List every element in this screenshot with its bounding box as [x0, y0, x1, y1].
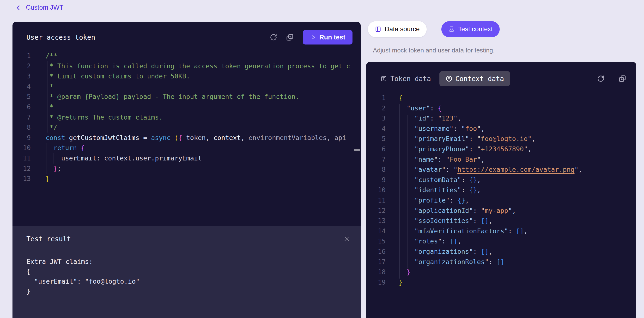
reset-data-button[interactable]: [596, 74, 606, 83]
line-number: 2: [12, 61, 31, 71]
run-test-button[interactable]: Run test: [303, 30, 352, 45]
code-line: 8 */: [12, 122, 354, 133]
back-chevron-icon: [15, 4, 22, 11]
refresh-icon: [270, 33, 278, 41]
custom-jwt-page: Custom JWT User access token Run test: [0, 0, 644, 318]
code-line: 12 "applicationId": "my-app",: [366, 206, 630, 216]
data-tabs-header: Token data Context data: [366, 62, 636, 93]
test-result-panel: Test result Extra JWT claims:{ "userEmai…: [12, 226, 361, 318]
line-number: 6: [366, 144, 386, 154]
code-line: 5 "primaryEmail": "foo@logto.io",: [366, 134, 630, 144]
indent-guide: [399, 104, 400, 278]
code-line: 16 "organizations": [],: [366, 247, 630, 257]
flask-icon: [448, 26, 455, 33]
line-number: 1: [366, 93, 386, 103]
code-line: 6 "primaryPhone": "+1234567890",: [366, 144, 630, 154]
editor-scrollbar-thumb[interactable]: [354, 149, 360, 151]
line-number: 11: [366, 195, 386, 206]
line-number: 7: [12, 112, 31, 123]
line-number: 8: [12, 122, 31, 133]
data-source-pill[interactable]: Data source: [368, 21, 427, 37]
test-result-output: Extra JWT claims:{ "userEmail": "foo@log…: [26, 257, 351, 296]
editor-header: User access token Run test: [12, 22, 361, 51]
code-line: 9const getCustomJwtClaims = async ({ tok…: [12, 133, 354, 143]
code-line: 10 return {: [12, 143, 354, 153]
line-number: 3: [366, 113, 386, 124]
line-number: 1: [12, 51, 31, 61]
code-line: 9 "customData": {},: [366, 175, 630, 185]
line-number: 12: [12, 164, 31, 174]
code-line: 13 "ssoIdentities": [],: [366, 216, 630, 226]
code-line: 1/**: [12, 51, 354, 61]
test-data-panel: Token data Context data: [366, 62, 636, 318]
code-line: 6 *: [12, 102, 354, 112]
output-line: Extra JWT claims:: [26, 257, 351, 266]
code-line: 7 "name": "Foo Bar",: [366, 154, 630, 165]
line-number: 5: [366, 134, 386, 144]
testing-description: Adjust mock token and user data for test…: [373, 47, 495, 54]
line-number: 6: [12, 102, 31, 112]
indent-guide: [48, 61, 48, 132]
indent-guide: [407, 115, 408, 268]
code-line: 19}: [366, 277, 630, 288]
code-line: 2 "user": {: [366, 103, 630, 113]
book-icon: [375, 26, 381, 33]
line-number: 5: [12, 92, 31, 102]
code-line: 15 "roles": [],: [366, 236, 630, 247]
code-line: 2 * This function is called during the a…: [12, 61, 354, 71]
user-circle-icon: [446, 75, 452, 82]
test-context-label: Test context: [458, 26, 493, 33]
back-label[interactable]: Custom JWT: [26, 4, 64, 11]
line-number: 17: [366, 257, 386, 267]
code-line: 18 }: [366, 267, 630, 277]
line-number: 7: [366, 154, 386, 165]
output-line: "userEmail": "foo@logto.io": [26, 276, 351, 286]
line-number: 15: [366, 236, 386, 247]
copy-data-button[interactable]: [618, 74, 627, 83]
copy-code-button[interactable]: [285, 33, 295, 42]
close-test-result-button[interactable]: [342, 235, 351, 243]
line-number: 8: [366, 165, 386, 175]
test-result-title: Test result: [26, 235, 342, 243]
test-context-pill[interactable]: Test context: [441, 21, 500, 37]
code-line: 3 "id": "123",: [366, 113, 630, 124]
run-test-label: Run test: [319, 34, 345, 41]
line-number: 14: [366, 226, 386, 236]
code-line: 8 "avatar": "https://example.com/avatar.…: [366, 165, 630, 175]
line-number: 2: [366, 103, 386, 113]
code-line: 12 };: [12, 164, 354, 174]
output-line: }: [26, 286, 351, 296]
code-line: 1{: [366, 93, 630, 103]
line-number: 9: [12, 133, 31, 143]
tab-context-data[interactable]: Context data: [440, 71, 510, 86]
line-number: 18: [366, 267, 386, 277]
tab-token-data[interactable]: Token data: [380, 75, 431, 83]
refresh-icon: [597, 75, 605, 83]
tab-token-data-label: Token data: [390, 75, 431, 83]
line-number: 4: [366, 124, 386, 134]
line-number: 10: [12, 143, 31, 153]
editor-scrollbar-track: [354, 51, 354, 226]
code-line: 10 "identities": {},: [366, 185, 630, 195]
code-line: 4 "username": "foo",: [366, 124, 630, 134]
code-line: 4 *: [12, 82, 354, 92]
code-line: 14 "mfaVerificationFactors": [],: [366, 226, 630, 236]
code-line: 13}: [12, 174, 354, 184]
line-number: 12: [366, 206, 386, 216]
line-number: 19: [366, 277, 386, 288]
token-icon: [380, 75, 387, 82]
play-icon: [310, 34, 316, 40]
code-line: 7 * @returns The custom claims.: [12, 112, 354, 123]
copy-icon: [618, 75, 626, 83]
line-number: 16: [366, 247, 386, 257]
reset-code-button[interactable]: [269, 33, 278, 42]
jwt-code-editor[interactable]: 1/**2 * This function is called during t…: [12, 51, 354, 226]
editor-scrollbar-track: [630, 93, 630, 318]
line-number: 9: [366, 175, 386, 185]
context-data-editor[interactable]: 1{2 "user": {3 "id": "123",4 "username":…: [366, 93, 630, 318]
back-link[interactable]: Custom JWT: [15, 4, 64, 11]
code-line: 11 "profile": {},: [366, 195, 630, 206]
indent-guide: [54, 153, 54, 164]
data-source-label: Data source: [385, 26, 420, 33]
code-line: 3 * Limit custom claims to under 50KB.: [12, 71, 354, 82]
